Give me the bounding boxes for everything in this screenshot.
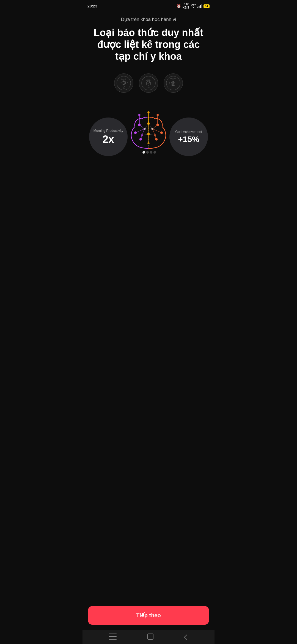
alarm-icon: ⏰ bbox=[177, 4, 181, 8]
status-time: 20:23 bbox=[87, 4, 97, 8]
goal-achievement-label: Goal Achievement bbox=[175, 130, 202, 134]
svg-text:1939: 1939 bbox=[148, 87, 150, 88]
university-logo-2: 한양 UNIVERSITY 1939 bbox=[139, 73, 158, 93]
svg-rect-3 bbox=[201, 4, 202, 8]
battery-indicator: 14 bbox=[204, 4, 210, 8]
svg-rect-20 bbox=[173, 81, 174, 83]
stats-brain-section: Morning Productivity 2x bbox=[89, 101, 208, 162]
goal-achievement-value: +15% bbox=[178, 135, 199, 143]
back-icon[interactable] bbox=[184, 634, 188, 640]
next-button[interactable]: Tiếp theo bbox=[88, 606, 209, 625]
svg-point-52 bbox=[147, 111, 150, 113]
main-content: Dựa trên khoa học hành vi Loại báo thức … bbox=[82, 11, 215, 602]
status-bar: 20:23 ⏰ 3.00KB/S 14 bbox=[82, 0, 215, 11]
status-right-icons: ⏰ 3.00KB/S 14 bbox=[177, 3, 210, 9]
svg-text:University: University bbox=[121, 78, 127, 80]
wifi-icon bbox=[191, 4, 196, 9]
svg-point-54 bbox=[156, 114, 159, 116]
svg-text:1987: 1987 bbox=[172, 80, 174, 81]
svg-point-6 bbox=[122, 81, 126, 84]
svg-point-8 bbox=[123, 86, 124, 87]
svg-text:UNIVERSITY: UNIVERSITY bbox=[146, 80, 152, 81]
brain-illustration bbox=[121, 107, 176, 162]
bottom-section: Tiếp theo bbox=[82, 602, 215, 630]
morning-productivity-label: Morning Productivity bbox=[94, 129, 123, 133]
svg-point-55 bbox=[142, 151, 145, 154]
main-title: Loại báo thức duy nhất được liệt kê tron… bbox=[89, 27, 208, 62]
nav-bar bbox=[82, 630, 215, 644]
logos-section: University 1890 한양 UNIVERSITY 1939 bbox=[89, 73, 208, 93]
signal-icon bbox=[197, 4, 202, 9]
svg-text:• • • • •: • • • • • bbox=[172, 88, 175, 89]
svg-rect-0 bbox=[197, 7, 198, 8]
subtitle: Dựa trên khoa học hành vi bbox=[121, 17, 176, 22]
svg-text:State College: State College bbox=[170, 78, 176, 79]
svg-rect-2 bbox=[200, 5, 201, 8]
svg-rect-1 bbox=[199, 6, 200, 8]
svg-point-56 bbox=[146, 151, 149, 154]
svg-point-50 bbox=[138, 114, 141, 116]
network-speed: 3.00KB/S bbox=[183, 3, 189, 9]
svg-text:한양: 한양 bbox=[147, 78, 150, 80]
svg-line-39 bbox=[145, 124, 148, 129]
university-logo-3: State College 1987 • • • • • bbox=[164, 73, 183, 93]
svg-text:1890: 1890 bbox=[123, 88, 125, 89]
university-logo-1: University 1890 bbox=[114, 73, 133, 93]
svg-line-35 bbox=[139, 125, 145, 129]
svg-rect-18 bbox=[172, 83, 173, 85]
svg-point-57 bbox=[150, 151, 153, 154]
svg-line-41 bbox=[152, 125, 158, 129]
home-icon[interactable] bbox=[147, 634, 153, 640]
svg-rect-19 bbox=[173, 83, 174, 85]
svg-point-58 bbox=[153, 151, 156, 154]
svg-line-45 bbox=[148, 124, 152, 129]
menu-icon[interactable] bbox=[109, 634, 117, 640]
morning-productivity-value: 2x bbox=[103, 134, 114, 144]
